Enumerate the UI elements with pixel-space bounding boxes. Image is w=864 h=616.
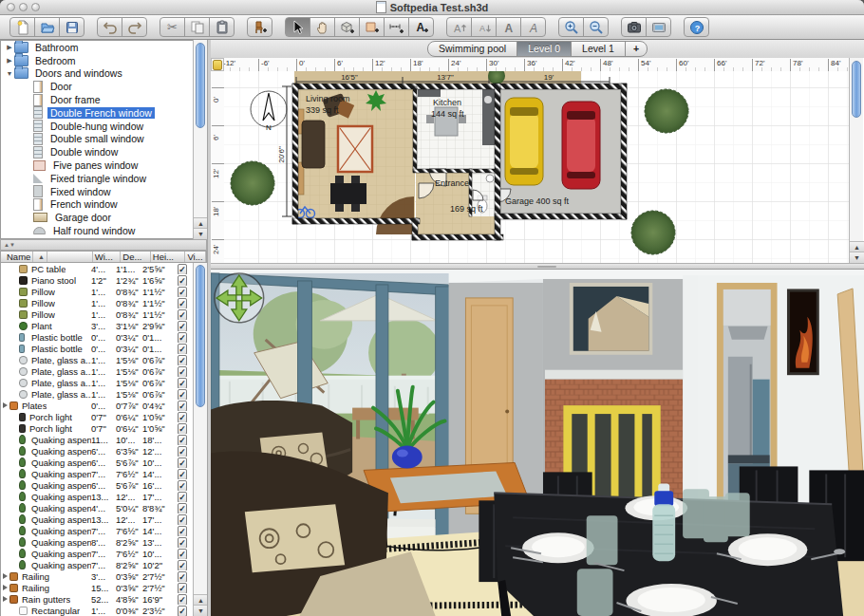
visible-checkbox[interactable]: ✓ (178, 264, 187, 274)
create-dimensions-button[interactable] (384, 17, 409, 37)
add-level-tab-button[interactable]: + (625, 41, 648, 57)
table-row[interactable]: Quaking aspen7'...8'2⅝"10'2"✓ (1, 559, 193, 570)
table-row[interactable]: Quaking aspen8'...8'2⅝"13'...✓ (1, 536, 193, 548)
furniture-table[interactable]: PC table4'...1'1...2'5⅝"✓Piano stool1'2"… (0, 263, 193, 616)
chevron-right-icon[interactable] (3, 573, 8, 579)
visible-checkbox[interactable]: ✓ (178, 412, 187, 422)
table-row[interactable]: Rain gutters52...4'8⅝"16'9"✓ (1, 593, 193, 605)
undo-button[interactable] (97, 17, 122, 37)
video-button[interactable] (646, 17, 671, 37)
plan-scrollbar-thumb[interactable] (852, 61, 861, 118)
visible-checkbox[interactable]: ✓ (178, 594, 187, 605)
plan-scrollbar[interactable]: ▲ ▼ (849, 58, 863, 263)
table-row[interactable]: Quaking aspen6'...6'3⅝"12'...✓ (1, 445, 193, 457)
table-row[interactable]: Plant3'...3'1⅛"2'9⅝"✓ (1, 320, 193, 331)
tree-item-door-frame[interactable]: Door frame (1, 93, 206, 106)
select-button[interactable] (285, 17, 310, 37)
furniture-table-header[interactable]: Name ▲ Wi... De... Hei... Vi... (0, 251, 207, 263)
tree-item-five-panes-window[interactable]: Five panes window (1, 159, 206, 172)
view-3d[interactable] (211, 270, 864, 616)
visible-checkbox[interactable]: ✓ (178, 423, 187, 434)
visible-checkbox[interactable]: ✓ (178, 503, 187, 513)
visible-checkbox[interactable]: ✓ (178, 275, 187, 286)
table-row[interactable]: Quaking aspen13...12'...17'...✓ (1, 491, 193, 502)
paste-button[interactable] (209, 17, 235, 37)
table-row[interactable]: PC table4'...1'1...2'5⅝"✓ (1, 263, 193, 274)
zoom-in-button[interactable] (558, 17, 584, 37)
navigation-compass-icon[interactable] (215, 273, 264, 323)
table-scroll-down-arrow[interactable]: ▼ (194, 605, 208, 616)
visible-checkbox[interactable]: ✓ (178, 446, 187, 457)
tree-item-bathroom[interactable]: ▶Bathroom (1, 41, 206, 54)
table-row[interactable]: Piano stool1'2"1'2¾"1'6⅝"✓ (1, 274, 193, 286)
column-header-width[interactable]: Wi... (93, 252, 122, 262)
copy-button[interactable] (184, 17, 210, 37)
tab-swimming-pool[interactable]: Swimming pool (427, 41, 517, 57)
title-bar[interactable]: Softpedia Test.sh3d (0, 0, 864, 15)
visible-checkbox[interactable]: ✓ (178, 401, 187, 411)
tree-item-double-french-window[interactable]: Double French window (1, 106, 206, 120)
table-scrollbar[interactable]: ▲ ▼ (193, 263, 207, 616)
chevron-right-icon[interactable] (3, 402, 8, 408)
tree-item-double-small-window[interactable]: Double small window (1, 133, 206, 146)
chevron-right-icon[interactable]: ▶ (5, 57, 14, 65)
visible-checkbox[interactable]: ✓ (178, 366, 187, 377)
tab-level-0[interactable]: Level 0 (517, 41, 572, 57)
visible-checkbox[interactable]: ✓ (178, 344, 187, 354)
column-header-depth[interactable]: De... (121, 252, 150, 262)
save-button[interactable] (59, 17, 85, 37)
pan-button[interactable] (310, 17, 335, 37)
horizontal-splitter[interactable] (211, 263, 864, 270)
bold-button[interactable]: A (496, 17, 521, 37)
visible-checkbox[interactable]: ✓ (178, 309, 187, 320)
tree-item-french-window[interactable]: French window (1, 198, 206, 212)
table-scrollbar-thumb[interactable] (196, 265, 205, 407)
visible-checkbox[interactable]: ✓ (178, 378, 187, 388)
visible-checkbox[interactable]: ✓ (178, 606, 187, 616)
table-row[interactable]: Railing3'...0'3⅝"2'7½"✓ (1, 570, 193, 582)
table-row[interactable]: Rectangular1'...0'0⅜"2'3½"✓ (1, 605, 193, 616)
visible-checkbox[interactable]: ✓ (178, 526, 187, 536)
table-row[interactable]: Plate, glass a...1'...1'5⅛"0'6⅞"✓ (1, 388, 193, 400)
table-row[interactable]: Pillow1'...0'8¾"1'1½"✓ (1, 297, 193, 308)
visible-checkbox[interactable]: ✓ (178, 571, 187, 582)
visible-checkbox[interactable]: ✓ (178, 583, 187, 593)
tree-item-fixed-window[interactable]: Fixed window (1, 185, 206, 198)
add-furniture-button[interactable] (247, 17, 272, 37)
visible-checkbox[interactable]: ✓ (178, 435, 187, 445)
table-row[interactable]: Quaking aspen6'...5'6⅞"16'...✓ (1, 479, 193, 491)
table-row[interactable]: Porch light0'7"0'6¼"1'0⅝"✓ (1, 422, 193, 434)
visible-checkbox[interactable]: ✓ (178, 549, 187, 559)
table-row[interactable]: Quaking aspen13...12'...17'...✓ (1, 513, 193, 525)
tab-level-1[interactable]: Level 1 (571, 41, 626, 57)
visible-checkbox[interactable]: ✓ (178, 355, 187, 365)
table-row[interactable]: Quaking aspen7'...7'6½"14'...✓ (1, 468, 193, 479)
column-header-name[interactable]: Name ▲ (1, 252, 93, 262)
tree-item-double-hung-window[interactable]: Double-hung window (1, 120, 206, 133)
chevron-right-icon[interactable] (3, 596, 8, 602)
table-row[interactable]: Plastic bottle0'...0'3¼"0'1...✓ (1, 343, 193, 354)
table-row[interactable]: Quaking aspen4'...5'0¼"8'8¾"✓ (1, 502, 193, 513)
tree-item-fixed-triangle-window[interactable]: Fixed triangle window (1, 172, 206, 185)
help-button[interactable]: ? (684, 17, 709, 37)
italic-button[interactable]: A (520, 17, 546, 37)
visible-checkbox[interactable]: ✓ (178, 469, 187, 479)
visible-checkbox[interactable]: ✓ (178, 298, 187, 308)
enlarge-text-button[interactable]: A (446, 17, 472, 37)
tree-horizontal-scrollbar[interactable]: ▲▼ (0, 239, 207, 251)
tree-scroll-down-arrow[interactable]: ▼ (194, 228, 208, 239)
furniture-catalog-tree[interactable]: ▶Bathroom▶Bedroom▼Doors and windowsDoorD… (0, 40, 207, 239)
table-row[interactable]: Quaking aspen6'...5'6⅞"10'...✓ (1, 457, 193, 468)
add-text-button[interactable]: A (408, 17, 434, 37)
chevron-down-icon[interactable]: ▼ (5, 70, 14, 77)
create-rooms-button[interactable] (359, 17, 385, 37)
table-row[interactable]: Plate, glass a...1'...1'5⅛"0'6⅞"✓ (1, 377, 193, 388)
tree-scrollbar[interactable]: ▲ ▼ (193, 40, 207, 239)
visible-checkbox[interactable]: ✓ (178, 514, 187, 525)
table-row[interactable]: Quaking aspen11...10'...18'...✓ (1, 434, 193, 445)
column-header-height[interactable]: Hei... (151, 252, 185, 262)
visible-checkbox[interactable]: ✓ (178, 560, 187, 570)
photo-button[interactable] (621, 17, 647, 37)
table-row[interactable]: Pillow1'...0'8¾"1'1½"✓ (1, 286, 193, 297)
floor-plan-canvas[interactable]: 16'5" 13'7" 19' 20'6" (224, 71, 849, 263)
